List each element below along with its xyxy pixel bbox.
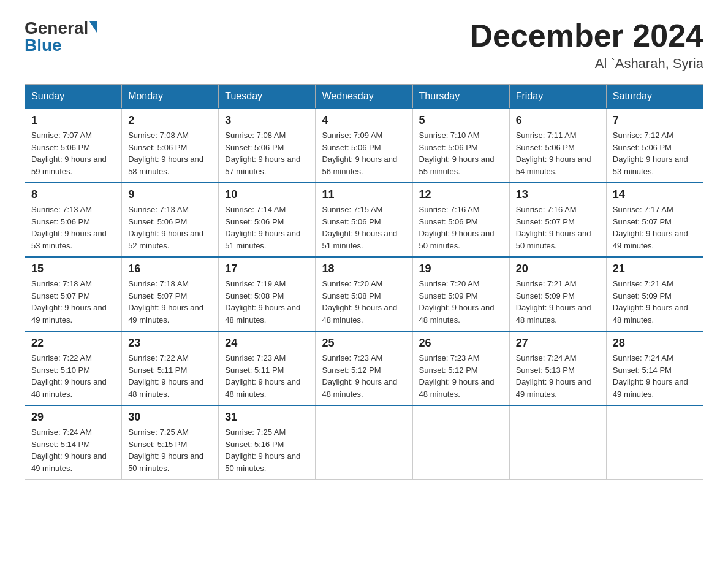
calendar-cell	[412, 405, 509, 480]
calendar-week-row: 15 Sunrise: 7:18 AMSunset: 5:07 PMDaylig…	[25, 257, 703, 331]
day-number: 27	[516, 337, 600, 350]
day-number: 16	[128, 262, 212, 275]
day-info: Sunrise: 7:16 AMSunset: 5:06 PMDaylight:…	[419, 204, 503, 251]
day-number: 21	[613, 262, 697, 275]
calendar-cell: 2 Sunrise: 7:08 AMSunset: 5:06 PMDayligh…	[122, 109, 219, 183]
day-number: 31	[225, 411, 309, 424]
month-title: December 2024	[469, 18, 703, 53]
calendar-header-saturday: Saturday	[606, 85, 703, 109]
day-info: Sunrise: 7:13 AMSunset: 5:06 PMDaylight:…	[128, 204, 212, 251]
day-number: 11	[322, 188, 406, 201]
day-info: Sunrise: 7:23 AMSunset: 5:12 PMDaylight:…	[419, 352, 503, 400]
page-header: General Blue December 2024 Al `Asharah, …	[25, 18, 703, 72]
calendar-cell: 21 Sunrise: 7:21 AMSunset: 5:09 PMDaylig…	[606, 257, 703, 331]
day-info: Sunrise: 7:24 AMSunset: 5:14 PMDaylight:…	[31, 426, 115, 474]
day-info: Sunrise: 7:08 AMSunset: 5:06 PMDaylight:…	[225, 129, 309, 177]
day-number: 30	[128, 411, 212, 424]
day-info: Sunrise: 7:18 AMSunset: 5:07 PMDaylight:…	[128, 278, 212, 326]
calendar-cell: 29 Sunrise: 7:24 AMSunset: 5:14 PMDaylig…	[25, 405, 122, 480]
calendar-cell: 12 Sunrise: 7:16 AMSunset: 5:06 PMDaylig…	[412, 183, 509, 257]
calendar-cell: 15 Sunrise: 7:18 AMSunset: 5:07 PMDaylig…	[25, 257, 122, 331]
calendar-cell: 5 Sunrise: 7:10 AMSunset: 5:06 PMDayligh…	[412, 109, 509, 183]
calendar-cell: 16 Sunrise: 7:18 AMSunset: 5:07 PMDaylig…	[122, 257, 219, 331]
day-number: 14	[613, 188, 697, 201]
day-number: 17	[225, 262, 309, 275]
day-info: Sunrise: 7:18 AMSunset: 5:07 PMDaylight:…	[31, 278, 115, 326]
calendar-header-sunday: Sunday	[25, 85, 122, 109]
calendar-cell: 3 Sunrise: 7:08 AMSunset: 5:06 PMDayligh…	[219, 109, 316, 183]
logo-triangle-icon	[89, 21, 97, 33]
day-info: Sunrise: 7:17 AMSunset: 5:07 PMDaylight:…	[613, 204, 697, 251]
day-info: Sunrise: 7:10 AMSunset: 5:06 PMDaylight:…	[419, 129, 503, 177]
calendar-cell: 18 Sunrise: 7:20 AMSunset: 5:08 PMDaylig…	[316, 257, 412, 331]
calendar-cell: 28 Sunrise: 7:24 AMSunset: 5:14 PMDaylig…	[606, 331, 703, 405]
day-info: Sunrise: 7:07 AMSunset: 5:06 PMDaylight:…	[31, 129, 115, 177]
day-info: Sunrise: 7:24 AMSunset: 5:13 PMDaylight:…	[516, 352, 600, 400]
calendar-cell	[316, 405, 412, 480]
calendar-header-thursday: Thursday	[412, 85, 509, 109]
day-info: Sunrise: 7:21 AMSunset: 5:09 PMDaylight:…	[613, 278, 697, 326]
day-info: Sunrise: 7:24 AMSunset: 5:14 PMDaylight:…	[613, 352, 697, 400]
calendar-cell: 25 Sunrise: 7:23 AMSunset: 5:12 PMDaylig…	[316, 331, 412, 405]
calendar-header-tuesday: Tuesday	[219, 85, 316, 109]
day-info: Sunrise: 7:11 AMSunset: 5:06 PMDaylight:…	[516, 129, 600, 177]
day-number: 26	[419, 337, 503, 350]
day-info: Sunrise: 7:19 AMSunset: 5:08 PMDaylight:…	[225, 278, 309, 326]
day-number: 9	[128, 188, 212, 201]
day-number: 29	[31, 411, 115, 424]
calendar-header-friday: Friday	[509, 85, 606, 109]
day-number: 13	[516, 188, 600, 201]
calendar-cell: 31 Sunrise: 7:25 AMSunset: 5:16 PMDaylig…	[219, 405, 316, 480]
day-number: 18	[322, 262, 406, 275]
day-info: Sunrise: 7:25 AMSunset: 5:15 PMDaylight:…	[128, 426, 212, 474]
day-info: Sunrise: 7:22 AMSunset: 5:10 PMDaylight:…	[31, 352, 115, 400]
day-number: 20	[516, 262, 600, 275]
day-number: 12	[419, 188, 503, 201]
calendar-cell: 24 Sunrise: 7:23 AMSunset: 5:11 PMDaylig…	[219, 331, 316, 405]
day-info: Sunrise: 7:21 AMSunset: 5:09 PMDaylight:…	[516, 278, 600, 326]
day-info: Sunrise: 7:22 AMSunset: 5:11 PMDaylight:…	[128, 352, 212, 400]
day-number: 2	[128, 114, 212, 127]
calendar-table: SundayMondayTuesdayWednesdayThursdayFrid…	[25, 84, 703, 480]
day-number: 15	[31, 262, 115, 275]
day-number: 25	[322, 337, 406, 350]
logo: General Blue	[25, 18, 97, 55]
calendar-cell	[606, 405, 703, 480]
calendar-week-row: 29 Sunrise: 7:24 AMSunset: 5:14 PMDaylig…	[25, 405, 703, 480]
day-info: Sunrise: 7:23 AMSunset: 5:11 PMDaylight:…	[225, 352, 309, 400]
day-info: Sunrise: 7:12 AMSunset: 5:06 PMDaylight:…	[613, 129, 697, 177]
day-info: Sunrise: 7:23 AMSunset: 5:12 PMDaylight:…	[322, 352, 406, 400]
calendar-week-row: 1 Sunrise: 7:07 AMSunset: 5:06 PMDayligh…	[25, 109, 703, 183]
day-info: Sunrise: 7:09 AMSunset: 5:06 PMDaylight:…	[322, 129, 406, 177]
day-info: Sunrise: 7:15 AMSunset: 5:06 PMDaylight:…	[322, 204, 406, 251]
day-number: 3	[225, 114, 309, 127]
calendar-cell: 30 Sunrise: 7:25 AMSunset: 5:15 PMDaylig…	[122, 405, 219, 480]
calendar-cell: 22 Sunrise: 7:22 AMSunset: 5:10 PMDaylig…	[25, 331, 122, 405]
day-number: 10	[225, 188, 309, 201]
calendar-header-row: SundayMondayTuesdayWednesdayThursdayFrid…	[25, 85, 703, 109]
day-info: Sunrise: 7:13 AMSunset: 5:06 PMDaylight:…	[31, 204, 115, 251]
calendar-cell: 7 Sunrise: 7:12 AMSunset: 5:06 PMDayligh…	[606, 109, 703, 183]
day-info: Sunrise: 7:14 AMSunset: 5:06 PMDaylight:…	[225, 204, 309, 251]
calendar-cell: 19 Sunrise: 7:20 AMSunset: 5:09 PMDaylig…	[412, 257, 509, 331]
calendar-cell: 10 Sunrise: 7:14 AMSunset: 5:06 PMDaylig…	[219, 183, 316, 257]
calendar-cell: 11 Sunrise: 7:15 AMSunset: 5:06 PMDaylig…	[316, 183, 412, 257]
calendar-cell: 8 Sunrise: 7:13 AMSunset: 5:06 PMDayligh…	[25, 183, 122, 257]
day-number: 28	[613, 337, 697, 350]
calendar-cell: 6 Sunrise: 7:11 AMSunset: 5:06 PMDayligh…	[509, 109, 606, 183]
day-number: 8	[31, 188, 115, 201]
day-info: Sunrise: 7:20 AMSunset: 5:09 PMDaylight:…	[419, 278, 503, 326]
day-number: 5	[419, 114, 503, 127]
calendar-cell: 26 Sunrise: 7:23 AMSunset: 5:12 PMDaylig…	[412, 331, 509, 405]
calendar-cell: 20 Sunrise: 7:21 AMSunset: 5:09 PMDaylig…	[509, 257, 606, 331]
day-number: 23	[128, 337, 212, 350]
calendar-header-monday: Monday	[122, 85, 219, 109]
calendar-cell: 1 Sunrise: 7:07 AMSunset: 5:06 PMDayligh…	[25, 109, 122, 183]
logo-blue-text: Blue	[25, 36, 62, 55]
day-number: 1	[31, 114, 115, 127]
day-number: 22	[31, 337, 115, 350]
day-info: Sunrise: 7:20 AMSunset: 5:08 PMDaylight:…	[322, 278, 406, 326]
calendar-week-row: 8 Sunrise: 7:13 AMSunset: 5:06 PMDayligh…	[25, 183, 703, 257]
day-number: 7	[613, 114, 697, 127]
calendar-cell: 13 Sunrise: 7:16 AMSunset: 5:07 PMDaylig…	[509, 183, 606, 257]
